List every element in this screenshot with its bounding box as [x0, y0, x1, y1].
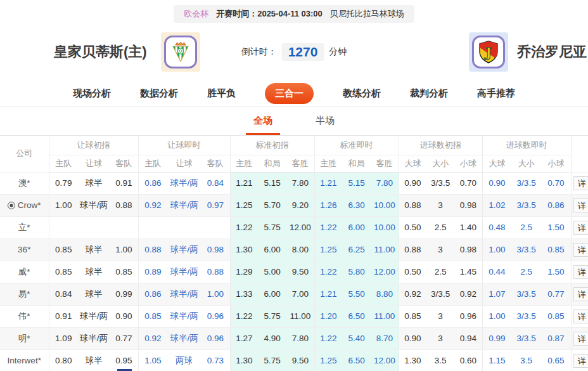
odds-cell: 11.00 [286, 305, 314, 327]
tab-three-in-one[interactable]: 三合一 [265, 83, 314, 104]
odds-cell: 6.50 [342, 349, 371, 371]
odds-cell: 0.98 [454, 194, 482, 216]
company-cell[interactable]: 澳* [0, 172, 49, 194]
column-header: 大小 [426, 155, 454, 172]
odds-cell: 0.85 [541, 305, 571, 327]
odds-cell: 0.77 [541, 283, 571, 305]
odds-cell: 0.85 [110, 261, 138, 283]
column-group-handicap-live: 让球即时 [138, 136, 230, 155]
odds-cell: 1.27 [230, 327, 258, 349]
company-cell[interactable]: 易* [0, 283, 49, 305]
company-cell[interactable]: 立* [0, 216, 49, 238]
detail-button[interactable]: 详 [573, 176, 588, 190]
detail-cell: 详 [571, 261, 588, 283]
away-team: J 乔治罗尼亚 [469, 32, 587, 72]
odds-cell: 8.70 [371, 327, 399, 349]
odds-cell: 0.87 [541, 327, 571, 349]
odds-cell: 1.30 [230, 349, 258, 371]
odds-cell: 0.60 [454, 349, 482, 371]
odds-cell: 球半/两 [167, 238, 201, 261]
odds-cell: 5.00 [258, 261, 286, 283]
odds-cell: 2.5 [511, 261, 541, 283]
odds-cell: 0.99 [110, 283, 138, 305]
odds-cell: 3/3.5 [511, 327, 541, 349]
detail-button[interactable]: 详 [573, 243, 588, 257]
odds-cell: 0.48 [482, 216, 511, 238]
odds-cell: 8.80 [371, 283, 399, 305]
column-header: 大小 [511, 155, 541, 172]
tab-referee-analysis[interactable]: 裁判分析 [410, 88, 448, 100]
company-cell[interactable]: Interwet* [0, 349, 49, 371]
odds-cell: 0.96 [201, 327, 230, 349]
odds-cell: 0.98 [201, 238, 230, 261]
period-subtabs: 全场 半场 [0, 107, 588, 136]
odds-cell: 1.29 [230, 261, 258, 283]
detail-button[interactable]: 详 [573, 309, 588, 323]
sub-header-row: 主队让球客队主队让球客队主胜和局客胜主胜和局客胜大球大小小球大球大小小球 [0, 155, 588, 172]
column-header: 大球 [399, 155, 426, 172]
odds-cell: 3.5 [511, 349, 541, 371]
odds-cell: 球半 [78, 261, 110, 283]
odds-cell: 1.21 [230, 172, 258, 194]
match-header: 皇家贝蒂斯(主) [0, 23, 588, 81]
company-cell[interactable]: 伟* [0, 305, 49, 327]
detail-button[interactable]: 详 [573, 332, 588, 346]
home-team-badge [161, 32, 200, 72]
detail-button[interactable]: 详 [573, 354, 588, 368]
kickoff-time: 开赛时间：2025-04-11 03:00 [216, 8, 323, 20]
odds-cell: 0.88 [110, 194, 138, 216]
odds-cell: 0.99 [482, 327, 511, 349]
odds-cell: 1.50 [541, 261, 571, 283]
odds-cell: 0.70 [541, 172, 571, 194]
odds-cell: 3 [426, 238, 454, 261]
odds-cell: 1.15 [482, 349, 511, 371]
table-row: 易*0.84球半0.990.86球半/两1.001.336.007.001.21… [0, 283, 588, 305]
odds-cell: 5.75 [258, 305, 286, 327]
company-cell[interactable]: 明* [0, 327, 49, 349]
away-team-badge: J [469, 32, 508, 72]
odds-cell: 7.80 [286, 172, 314, 194]
column-header: 和局 [258, 155, 286, 172]
table-row: 伟*0.91球半/两0.900.85球半/两0.961.225.7511.001… [0, 305, 588, 327]
odds-cell: 1.00 [110, 238, 138, 261]
company-cell[interactable]: 36* [0, 238, 49, 261]
odds-cell: 两球 [167, 349, 201, 371]
detail-button[interactable]: 详 [573, 221, 588, 235]
detail-button[interactable]: 详 [573, 265, 588, 279]
column-group-handicap-initial: 让球初指 [49, 136, 138, 155]
odds-cell: 3/3.5 [511, 238, 541, 261]
odds-cell: 9.50 [286, 261, 314, 283]
odds-cell: 1.00 [201, 283, 230, 305]
venue-name: 贝尼托比拉马林球场 [330, 8, 404, 20]
detail-button[interactable]: 详 [573, 287, 588, 301]
tab-win-draw-lose[interactable]: 胜平负 [207, 88, 236, 100]
tab-live-analysis[interactable]: 现场分析 [73, 88, 111, 100]
odds-cell: 3 [426, 305, 454, 327]
column-group-1x2-initial: 标准初指 [230, 136, 314, 155]
table-row: Crow*1.00球半/两0.880.92球半/两0.971.255.709.2… [0, 194, 588, 216]
subtab-full-match[interactable]: 全场 [250, 107, 276, 135]
odds-cell: 0.65 [541, 349, 571, 371]
odds-cell: 3/3.5 [511, 283, 541, 305]
detail-cell: 详 [571, 238, 588, 261]
odds-cell: 0.85 [399, 305, 426, 327]
odds-cell: 0.84 [49, 283, 78, 305]
football-icon [8, 202, 15, 209]
odds-cell: 1.22 [314, 261, 342, 283]
countdown: 倒计时： 1270 分钟 [241, 43, 347, 61]
odds-cell: 5.50 [342, 283, 371, 305]
detail-cell: 详 [571, 305, 588, 327]
company-cell[interactable]: Crow* [0, 194, 49, 216]
detail-cell: 详 [571, 327, 588, 349]
detail-button[interactable]: 详 [573, 199, 588, 212]
company-cell[interactable]: 威* [0, 261, 49, 283]
odds-cell: 球半/两 [167, 327, 201, 349]
odds-cell: 1.20 [314, 305, 342, 327]
odds-cell: 6.00 [258, 238, 286, 261]
jagiellonia-crest-icon: J [476, 39, 501, 65]
tab-coach-analysis[interactable]: 教练分析 [343, 88, 381, 100]
subtab-half-match[interactable]: 半场 [312, 107, 338, 135]
tab-data-analysis[interactable]: 数据分析 [140, 88, 178, 100]
odds-cell: 3 [426, 194, 454, 216]
tab-expert-picks[interactable]: 高手推荐 [477, 88, 515, 100]
